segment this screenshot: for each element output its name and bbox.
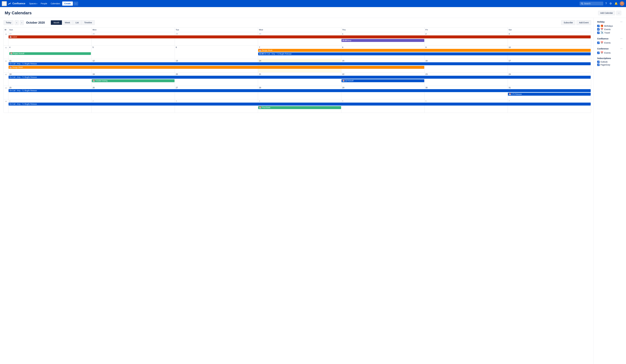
- day-26[interactable]: 26: [92, 86, 175, 99]
- day-28[interactable]: 28: [92, 32, 175, 45]
- holiday-events-checkbox[interactable]: [597, 28, 600, 31]
- final-build-event[interactable]: 📅 Final Build: [258, 106, 341, 109]
- day-25[interactable]: 25: [8, 86, 92, 99]
- oncall-event-w40[interactable]: 21:00 On Call - Amy - 7.2 Bugfix Release: [258, 52, 591, 55]
- today-button[interactable]: Today: [3, 20, 13, 25]
- sidebar-section-conference: Conference ··· 📅 Events: [597, 47, 623, 54]
- help-button[interactable]: ?: [605, 1, 607, 6]
- day-18[interactable]: 18: [8, 72, 92, 86]
- add-event-button[interactable]: Add Event: [577, 20, 591, 25]
- add-calendar-button[interactable]: Add Calendar: [598, 11, 615, 15]
- sidebar-item-birthdays: 🎁 Birthdays: [597, 25, 623, 27]
- day-19[interactable]: 19: [92, 72, 175, 86]
- sidebar-item-pagerduty: PagerDuty: [597, 64, 623, 66]
- day-11[interactable]: 11: [8, 59, 92, 72]
- conference-more-button[interactable]: ···: [620, 47, 623, 50]
- day-3-nov[interactable]: 3: [175, 99, 258, 113]
- calendars-link[interactable]: Calendars: [49, 1, 62, 6]
- day-16[interactable]: 16: [425, 59, 508, 72]
- day-10[interactable]: 10: [508, 46, 591, 59]
- day-6[interactable]: 6: [175, 46, 258, 59]
- day-2[interactable]: 2: [425, 32, 508, 45]
- day-29[interactable]: 29: [341, 86, 425, 99]
- day-30[interactable]: 30: [425, 86, 508, 99]
- day-4[interactable]: 4 📅 Project Kickoff: [8, 46, 92, 59]
- user-avatar[interactable]: [620, 1, 624, 6]
- hamburger-button[interactable]: [2, 1, 7, 6]
- travel-checkbox[interactable]: [597, 32, 600, 34]
- day-23[interactable]: 23: [425, 72, 508, 86]
- day-2-nov[interactable]: 2: [92, 99, 175, 113]
- next-button[interactable]: ›: [20, 20, 24, 25]
- day-14[interactable]: 14: [258, 59, 341, 72]
- day-8[interactable]: 8: [341, 46, 425, 59]
- day-27[interactable]: 27: [8, 32, 92, 45]
- week-44-days: 1 2 3 4 5 6 7 On Call - Amy - 7.2 Bugfix…: [8, 99, 591, 113]
- day-28[interactable]: 28: [258, 86, 341, 99]
- day-3[interactable]: 3: [508, 32, 591, 45]
- day-7-nov[interactable]: 7: [508, 99, 591, 113]
- confluence-events-checkbox[interactable]: [597, 42, 600, 44]
- day-6-nov[interactable]: 6: [425, 99, 508, 113]
- notifications-button[interactable]: 🔔: [614, 1, 618, 6]
- sidebar: Holiday ··· 🎁 Birthdays 📅 Events ✈️ Trav…: [593, 18, 626, 364]
- day-13[interactable]: 13: [175, 59, 258, 72]
- oncall-event-w44[interactable]: On Call - Amy - 7.2 Bugfix Release: [9, 102, 591, 105]
- day-24[interactable]: 24: [508, 72, 591, 86]
- holiday-more-button[interactable]: ···: [620, 20, 623, 23]
- sun-header: Sun: [8, 28, 92, 32]
- create-button[interactable]: Create: [62, 1, 73, 6]
- subscribe-button[interactable]: Subscribe: [561, 20, 575, 25]
- search-input[interactable]: [584, 2, 602, 5]
- day-27b[interactable]: 27: [175, 86, 258, 99]
- day-15[interactable]: 15: [341, 59, 425, 72]
- day-5[interactable]: 5: [92, 46, 175, 59]
- day-31[interactable]: 31: [508, 86, 591, 99]
- day-21[interactable]: 21: [258, 72, 341, 86]
- conference-events-checkbox[interactable]: [597, 52, 600, 54]
- page-more-button[interactable]: ···: [616, 11, 621, 15]
- search-box[interactable]: [580, 2, 603, 5]
- outlook-label: Outlook: [600, 61, 608, 63]
- day-20[interactable]: 20: [175, 72, 258, 86]
- oncall-event-w41[interactable]: On Call - Amy - 7.2 Bugfix Release: [9, 62, 591, 65]
- day-1[interactable]: 1: [341, 32, 425, 45]
- day-1-nov[interactable]: 1: [8, 99, 92, 113]
- settings-button[interactable]: ⚙: [609, 1, 612, 6]
- lts-release-event[interactable]: 📅 LTS Release: [508, 93, 591, 96]
- project-kickoff-event[interactable]: 📅 Project Kickoff: [9, 52, 91, 55]
- confluence-more-button[interactable]: ···: [620, 37, 623, 40]
- tab-week[interactable]: Week: [62, 20, 73, 25]
- sidebar-section-confluence: Confluence ··· 📅 Events: [597, 37, 623, 44]
- day-12[interactable]: 12: [92, 59, 175, 72]
- confluence-logo[interactable]: Confluence: [8, 2, 25, 5]
- oncall-event-w43[interactable]: On Call - Amy - 7.2 Bugfix Release: [9, 89, 591, 92]
- day-30[interactable]: 30: [258, 32, 341, 45]
- day-7[interactable]: 7: [258, 46, 341, 59]
- busy-event[interactable]: 20:30 Busy: [342, 39, 424, 42]
- design-week-event-w40[interactable]: 📅 Design Week: [258, 49, 591, 52]
- prev-button[interactable]: ‹: [15, 20, 19, 25]
- tab-list[interactable]: List: [73, 20, 81, 25]
- day-5-nov[interactable]: 5: [341, 99, 425, 113]
- navbar-more-button[interactable]: ···: [74, 2, 78, 6]
- tab-timeline[interactable]: Timeline: [81, 20, 95, 25]
- pagerduty-checkbox[interactable]: [597, 64, 600, 66]
- outlook-checkbox[interactable]: [597, 61, 600, 63]
- calendar-toolbar: Today ‹ › October 2020 Month Week List T…: [3, 20, 591, 25]
- spaces-link[interactable]: Spaces: [28, 1, 39, 6]
- leave-event[interactable]: 📅 Leave: [9, 35, 591, 38]
- day-17[interactable]: 17: [508, 59, 591, 72]
- installer-testing-event[interactable]: 📅 Installer testing: [92, 79, 175, 82]
- day-29[interactable]: 29: [175, 32, 258, 45]
- day-4-nov[interactable]: 4: [258, 99, 341, 113]
- tab-month[interactable]: Month: [51, 20, 62, 25]
- qa-kickoff-event[interactable]: 📅 QA Kickoff: [342, 79, 424, 82]
- design-week-event-w41[interactable]: 📅 Design Week: [9, 66, 424, 69]
- birthdays-checkbox[interactable]: [597, 25, 600, 27]
- people-link[interactable]: People: [39, 1, 49, 6]
- subscriptions-title: Subscriptions: [597, 57, 611, 60]
- day-22[interactable]: 22: [341, 72, 425, 86]
- oncall-event-w42[interactable]: On Call - Amy - 7.2 Bugfix Release: [9, 76, 591, 79]
- day-9[interactable]: 9: [425, 46, 508, 59]
